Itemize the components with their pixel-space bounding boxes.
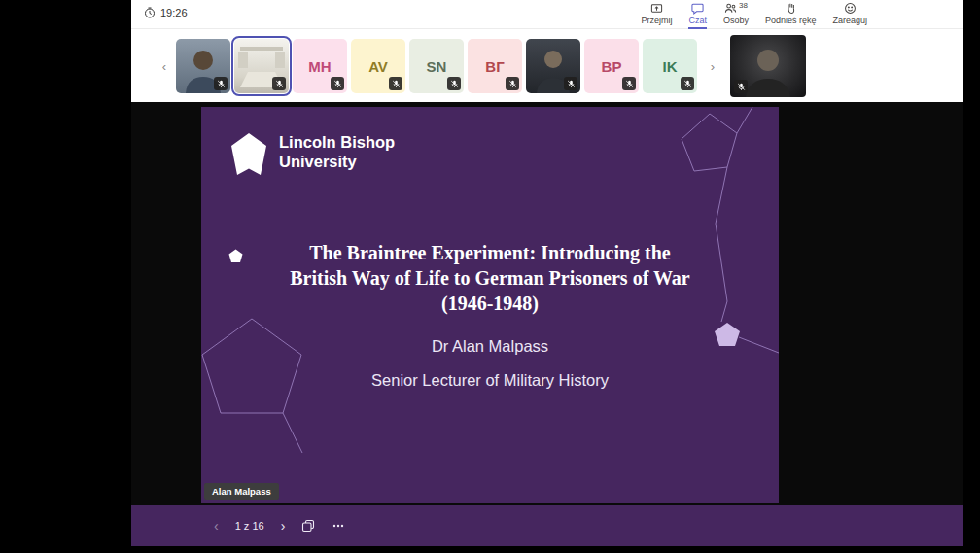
mic-muted-icon [734, 80, 748, 93]
toolbar-item-people[interactable]: 38 Osoby [723, 0, 749, 29]
toolbar-item-react[interactable]: Zareaguj [832, 0, 867, 29]
mic-muted-icon [564, 77, 578, 90]
mic-muted-icon [622, 77, 636, 90]
spotlight-video-tile[interactable] [730, 35, 806, 97]
meeting-timer: 19:26 [144, 7, 188, 18]
meeting-toolbar: Przejmij Czat 38 Osoby Podnieś rękę Zare… [641, 0, 867, 29]
slide-page-indicator: 1 z 16 [235, 520, 264, 532]
university-logo-line2: University [279, 152, 395, 171]
letterbox-right [962, 0, 980, 553]
avatar-initials: BP [602, 58, 622, 75]
toolbar-item-label: Podnieś rękę [765, 16, 817, 25]
meeting-timer-value: 19:26 [160, 7, 188, 18]
avatar-initials: MH [308, 58, 331, 75]
university-logo-text: Lincoln Bishop University [279, 132, 395, 171]
university-logo: Lincoln Bishop University [230, 132, 395, 177]
avatar-initials: ВГ [485, 58, 504, 75]
toolbar-item-raise-hand[interactable]: Podnieś rękę [765, 0, 817, 29]
avatar-initials: SN [427, 58, 447, 75]
participant-tile-video[interactable] [176, 39, 230, 93]
mic-muted-icon [389, 77, 402, 90]
participant-tile-avatar[interactable]: MH [293, 39, 347, 93]
toolbar-item-label: Czat [688, 16, 707, 25]
people-icon [724, 2, 737, 15]
mic-muted-icon [331, 77, 344, 90]
mic-muted-icon [506, 77, 519, 90]
avatar-initials: IK [663, 58, 678, 75]
teams-meeting-window: 19:26 Przejmij Czat 38 Osoby Podnieś ręk… [131, 0, 962, 546]
presenter-role: Senior Lecturer of Military History [201, 371, 779, 390]
slide-title-line1: The Braintree Experiment: Introducing th… [221, 240, 759, 265]
participant-tile-avatar[interactable]: SN [409, 39, 464, 93]
participant-tile-avatar[interactable]: ВГ [468, 39, 522, 93]
toolbar-item-label: Osoby [723, 16, 749, 25]
clock-icon [144, 7, 156, 18]
participant-tile-video-selected[interactable] [234, 39, 289, 93]
meeting-topbar: 19:26 Przejmij Czat 38 Osoby Podnieś ręk… [131, 0, 962, 29]
participant-tile-avatar[interactable]: IK [643, 39, 697, 93]
university-logo-mitre-icon [230, 132, 267, 177]
chat-icon [691, 2, 704, 15]
avatar-initials: AV [368, 58, 388, 75]
filmstrip-next-button[interactable]: › [705, 55, 720, 77]
toolbar-item-label: Zareaguj [832, 16, 867, 25]
shared-content-stage: Lincoln Bishop University The Braintree … [131, 102, 962, 546]
letterbox-left [0, 0, 131, 553]
participant-filmstrip: ‹ MH AV SN ВГ [131, 30, 962, 102]
presentation-slide: Lincoln Bishop University The Braintree … [201, 107, 779, 503]
slide-title-line3: (1946-1948) [221, 291, 759, 316]
toolbar-item-chat[interactable]: Czat [688, 0, 707, 29]
presenter-name-tag: Alan Malpass [204, 483, 279, 500]
participant-count: 38 [739, 1, 748, 10]
raise-hand-icon [785, 2, 797, 15]
slide-navigation-bar: ‹ 1 z 16 › [131, 505, 962, 546]
toolbar-item-takeover[interactable]: Przejmij [641, 0, 672, 29]
slide-more-options-button[interactable] [332, 519, 345, 533]
slide-prev-button[interactable]: ‹ [214, 519, 219, 533]
mic-muted-icon [447, 77, 461, 90]
filmstrip-prev-button[interactable]: ‹ [157, 55, 172, 77]
presenter-name: Dr Alan Malpass [201, 337, 779, 356]
toolbar-item-label: Przejmij [641, 16, 672, 25]
participant-tile-avatar[interactable]: AV [351, 39, 405, 93]
slide-title: The Braintree Experiment: Introducing th… [221, 240, 759, 316]
present-icon [650, 2, 663, 15]
slide-grid-view-button[interactable] [301, 519, 315, 533]
mic-muted-icon [272, 77, 286, 90]
react-smiley-icon [844, 2, 857, 15]
slide-title-line2: British Way of Life to German Prisoners … [221, 265, 759, 291]
filmstrip-tiles: MH AV SN ВГ BP [176, 39, 697, 93]
university-logo-line1: Lincoln Bishop [279, 132, 395, 152]
mic-muted-icon [681, 77, 694, 90]
mic-muted-icon [214, 77, 228, 90]
participant-tile-avatar[interactable]: BP [584, 39, 639, 93]
slide-next-button[interactable]: › [281, 519, 286, 533]
participant-tile-video[interactable] [526, 39, 580, 93]
